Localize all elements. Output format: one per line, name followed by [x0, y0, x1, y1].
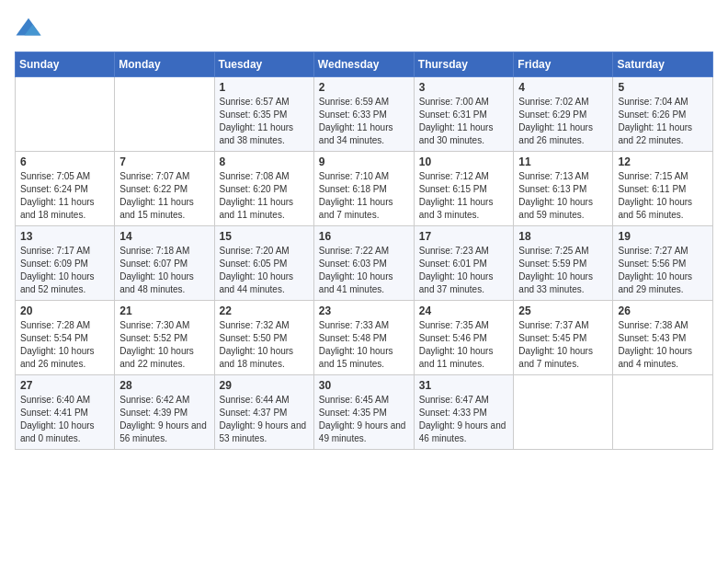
logo-icon — [15, 15, 42, 42]
day-number: 27 — [20, 379, 109, 392]
calendar-body: 1Sunrise: 6:57 AM Sunset: 6:35 PM Daylig… — [16, 77, 713, 450]
calendar-cell: 13Sunrise: 7:17 AM Sunset: 6:09 PM Dayli… — [16, 226, 115, 301]
day-info: Sunrise: 7:08 AM Sunset: 6:20 PM Dayligh… — [220, 170, 309, 222]
day-info: Sunrise: 7:22 AM Sunset: 6:03 PM Dayligh… — [319, 245, 409, 296]
calendar-cell — [514, 375, 613, 450]
calendar-week-row: 27Sunrise: 6:40 AM Sunset: 4:41 PM Dayli… — [16, 375, 713, 450]
day-info: Sunrise: 7:35 AM Sunset: 5:46 PM Dayligh… — [419, 319, 509, 371]
calendar-cell: 29Sunrise: 6:44 AM Sunset: 4:37 PM Dayli… — [214, 375, 313, 450]
day-number: 29 — [220, 379, 309, 392]
day-number: 1 — [220, 81, 309, 94]
calendar-cell: 12Sunrise: 7:15 AM Sunset: 6:11 PM Dayli… — [613, 152, 713, 226]
header-cell-saturday: Saturday — [613, 52, 713, 77]
calendar-cell: 17Sunrise: 7:23 AM Sunset: 6:01 PM Dayli… — [414, 226, 514, 301]
day-number: 12 — [618, 155, 708, 168]
day-info: Sunrise: 7:25 AM Sunset: 5:59 PM Dayligh… — [518, 245, 608, 296]
day-info: Sunrise: 7:37 AM Sunset: 5:45 PM Dayligh… — [518, 319, 608, 371]
day-number: 5 — [618, 81, 708, 94]
day-info: Sunrise: 6:45 AM Sunset: 4:35 PM Dayligh… — [319, 394, 409, 445]
calendar-cell: 2Sunrise: 6:59 AM Sunset: 6:33 PM Daylig… — [313, 77, 414, 152]
day-number: 18 — [518, 230, 608, 243]
calendar-cell — [16, 77, 115, 152]
day-number: 6 — [20, 155, 109, 168]
day-number: 26 — [618, 304, 708, 317]
day-number: 16 — [319, 230, 409, 243]
day-info: Sunrise: 7:30 AM Sunset: 5:52 PM Dayligh… — [119, 319, 209, 371]
calendar-cell: 20Sunrise: 7:28 AM Sunset: 5:54 PM Dayli… — [16, 301, 115, 375]
day-number: 2 — [319, 81, 409, 94]
day-number: 23 — [319, 304, 409, 317]
day-info: Sunrise: 7:12 AM Sunset: 6:15 PM Dayligh… — [419, 170, 509, 222]
calendar-week-row: 6Sunrise: 7:05 AM Sunset: 6:24 PM Daylig… — [16, 152, 713, 226]
header-cell-thursday: Thursday — [414, 52, 514, 77]
day-info: Sunrise: 7:27 AM Sunset: 5:56 PM Dayligh… — [618, 245, 708, 296]
day-info: Sunrise: 7:05 AM Sunset: 6:24 PM Dayligh… — [20, 170, 109, 222]
header-cell-monday: Monday — [115, 52, 214, 77]
day-info: Sunrise: 6:42 AM Sunset: 4:39 PM Dayligh… — [119, 394, 209, 445]
day-number: 4 — [518, 81, 608, 94]
day-info: Sunrise: 7:10 AM Sunset: 6:18 PM Dayligh… — [319, 170, 409, 222]
day-info: Sunrise: 7:15 AM Sunset: 6:11 PM Dayligh… — [618, 170, 708, 222]
calendar-cell: 14Sunrise: 7:18 AM Sunset: 6:07 PM Dayli… — [115, 226, 214, 301]
day-number: 3 — [419, 81, 509, 94]
calendar-cell: 8Sunrise: 7:08 AM Sunset: 6:20 PM Daylig… — [214, 152, 313, 226]
calendar-cell: 30Sunrise: 6:45 AM Sunset: 4:35 PM Dayli… — [313, 375, 414, 450]
day-info: Sunrise: 7:07 AM Sunset: 6:22 PM Dayligh… — [119, 170, 209, 222]
day-number: 14 — [119, 230, 209, 243]
day-info: Sunrise: 7:18 AM Sunset: 6:07 PM Dayligh… — [119, 245, 209, 296]
calendar-cell: 19Sunrise: 7:27 AM Sunset: 5:56 PM Dayli… — [613, 226, 713, 301]
day-number: 19 — [618, 230, 708, 243]
calendar-cell — [115, 77, 214, 152]
calendar-cell: 25Sunrise: 7:37 AM Sunset: 5:45 PM Dayli… — [514, 301, 613, 375]
day-info: Sunrise: 6:40 AM Sunset: 4:41 PM Dayligh… — [20, 394, 109, 445]
day-number: 28 — [119, 379, 209, 392]
header-cell-friday: Friday — [514, 52, 613, 77]
header-cell-sunday: Sunday — [16, 52, 115, 77]
header-cell-wednesday: Wednesday — [313, 52, 414, 77]
calendar-cell: 7Sunrise: 7:07 AM Sunset: 6:22 PM Daylig… — [115, 152, 214, 226]
calendar-cell: 9Sunrise: 7:10 AM Sunset: 6:18 PM Daylig… — [313, 152, 414, 226]
day-number: 8 — [220, 155, 309, 168]
calendar-week-row: 20Sunrise: 7:28 AM Sunset: 5:54 PM Dayli… — [16, 301, 713, 375]
day-info: Sunrise: 7:23 AM Sunset: 6:01 PM Dayligh… — [419, 245, 509, 296]
calendar-cell: 18Sunrise: 7:25 AM Sunset: 5:59 PM Dayli… — [514, 226, 613, 301]
calendar-cell: 4Sunrise: 7:02 AM Sunset: 6:29 PM Daylig… — [514, 77, 613, 152]
calendar-cell: 16Sunrise: 7:22 AM Sunset: 6:03 PM Dayli… — [313, 226, 414, 301]
day-info: Sunrise: 6:44 AM Sunset: 4:37 PM Dayligh… — [220, 394, 309, 445]
calendar-cell: 21Sunrise: 7:30 AM Sunset: 5:52 PM Dayli… — [115, 301, 214, 375]
calendar-cell — [613, 375, 713, 450]
calendar-cell: 28Sunrise: 6:42 AM Sunset: 4:39 PM Dayli… — [115, 375, 214, 450]
day-info: Sunrise: 7:20 AM Sunset: 6:05 PM Dayligh… — [220, 245, 309, 296]
calendar-header-row: SundayMondayTuesdayWednesdayThursdayFrid… — [16, 52, 713, 77]
day-info: Sunrise: 7:04 AM Sunset: 6:26 PM Dayligh… — [618, 96, 708, 147]
calendar-cell: 24Sunrise: 7:35 AM Sunset: 5:46 PM Dayli… — [414, 301, 514, 375]
day-number: 13 — [20, 230, 109, 243]
calendar-week-row: 1Sunrise: 6:57 AM Sunset: 6:35 PM Daylig… — [16, 77, 713, 152]
calendar-cell: 26Sunrise: 7:38 AM Sunset: 5:43 PM Dayli… — [613, 301, 713, 375]
day-info: Sunrise: 7:38 AM Sunset: 5:43 PM Dayligh… — [618, 319, 708, 371]
calendar-cell: 11Sunrise: 7:13 AM Sunset: 6:13 PM Dayli… — [514, 152, 613, 226]
day-info: Sunrise: 7:33 AM Sunset: 5:48 PM Dayligh… — [319, 319, 409, 371]
calendar-cell: 1Sunrise: 6:57 AM Sunset: 6:35 PM Daylig… — [214, 77, 313, 152]
day-info: Sunrise: 7:28 AM Sunset: 5:54 PM Dayligh… — [20, 319, 109, 371]
day-info: Sunrise: 6:59 AM Sunset: 6:33 PM Dayligh… — [319, 96, 409, 147]
calendar-week-row: 13Sunrise: 7:17 AM Sunset: 6:09 PM Dayli… — [16, 226, 713, 301]
calendar-cell: 5Sunrise: 7:04 AM Sunset: 6:26 PM Daylig… — [613, 77, 713, 152]
day-number: 20 — [20, 304, 109, 317]
page-header — [15, 15, 713, 42]
calendar-cell: 3Sunrise: 7:00 AM Sunset: 6:31 PM Daylig… — [414, 77, 514, 152]
day-info: Sunrise: 7:13 AM Sunset: 6:13 PM Dayligh… — [518, 170, 608, 222]
day-info: Sunrise: 6:57 AM Sunset: 6:35 PM Dayligh… — [220, 96, 309, 147]
calendar-cell: 22Sunrise: 7:32 AM Sunset: 5:50 PM Dayli… — [214, 301, 313, 375]
day-number: 11 — [518, 155, 608, 168]
day-number: 31 — [419, 379, 509, 392]
calendar-cell: 27Sunrise: 6:40 AM Sunset: 4:41 PM Dayli… — [16, 375, 115, 450]
day-number: 10 — [419, 155, 509, 168]
day-info: Sunrise: 7:00 AM Sunset: 6:31 PM Dayligh… — [419, 96, 509, 147]
day-number: 9 — [319, 155, 409, 168]
calendar-cell: 6Sunrise: 7:05 AM Sunset: 6:24 PM Daylig… — [16, 152, 115, 226]
day-info: Sunrise: 6:47 AM Sunset: 4:33 PM Dayligh… — [419, 394, 509, 445]
day-number: 22 — [220, 304, 309, 317]
day-info: Sunrise: 7:32 AM Sunset: 5:50 PM Dayligh… — [220, 319, 309, 371]
calendar-cell: 10Sunrise: 7:12 AM Sunset: 6:15 PM Dayli… — [414, 152, 514, 226]
